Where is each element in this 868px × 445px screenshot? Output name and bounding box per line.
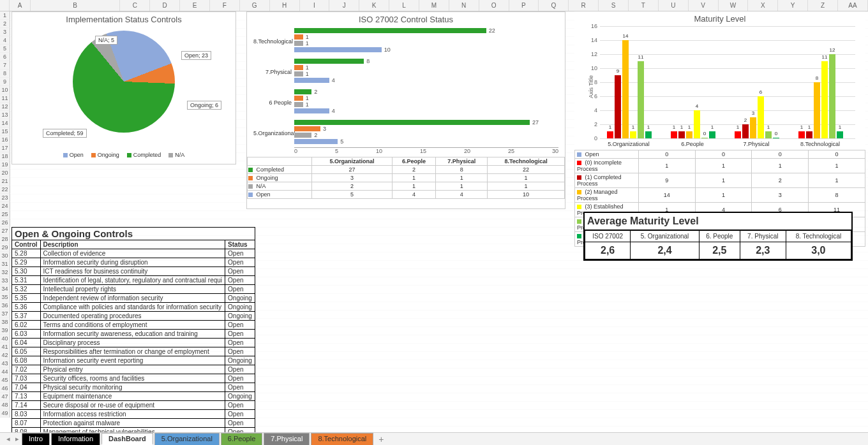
chart-maturity-level[interactable]: Maturity Level Axis Title 02468101214161… (574, 11, 865, 209)
column-headers: ABCDEFGHIJKLMNOPQRSTUVWXYZAA (0, 0, 868, 11)
hbar-area: 8.Technological2211107.Physical81146 Peo… (253, 27, 558, 154)
sheet-tab-7.Physical[interactable]: 7.Physical (264, 433, 310, 445)
add-sheet-button[interactable]: + (375, 434, 387, 444)
pie-label-na: N/A; 5 (95, 36, 117, 45)
sheet-tab-Information[interactable]: Information (51, 433, 100, 445)
tab-nav-next[interactable]: ▸ (13, 435, 22, 443)
chart3-title: Maturity Level (574, 11, 865, 26)
pie-label-open: Open; 23 (181, 51, 211, 60)
chart-implementation-status[interactable]: Implementation Status Controls Open; 23 … (11, 11, 236, 164)
pie-chart (73, 31, 175, 133)
sheet-tabs: ◂ ▸ IntroInformationDashBoard5.Organizat… (0, 432, 868, 445)
sheet-tab-DashBoard[interactable]: DashBoard (101, 433, 153, 445)
avg-maturity-table: Average Maturity Level ISO 270025. Organ… (583, 212, 853, 261)
avg-maturity-title: Average Maturity Level (585, 213, 851, 230)
controls-table: Open & Ongoing ControlsControlDescriptio… (11, 227, 255, 445)
chart2-data-table: 5.Organizational6.People7.Physical8.Tech… (247, 157, 565, 199)
column-chart: Axis Title 0246810121416191411115.Organi… (581, 26, 859, 147)
pie-label-ongoing: Ongoing; 6 (187, 101, 221, 110)
pie-label-completed: Completed; 59 (43, 129, 87, 138)
chart1-title: Implementation Status Controls (12, 12, 236, 27)
sheet-tab-5.Organizational[interactable]: 5.Organizational (154, 433, 220, 445)
tab-nav-prev[interactable]: ◂ (4, 435, 13, 443)
chart2-title: ISO 27002 Control Status (247, 12, 565, 27)
sheet-tab-8.Technological[interactable]: 8.Technological (311, 433, 373, 445)
sheet-tab-6.People[interactable]: 6.People (221, 433, 262, 445)
sheet-tab-Intro[interactable]: Intro (22, 433, 50, 445)
chart-iso-control-status[interactable]: ISO 27002 Control Status 8.Technological… (246, 11, 565, 209)
chart1-legend: OpenOngoingCompletedN/A (12, 152, 236, 158)
